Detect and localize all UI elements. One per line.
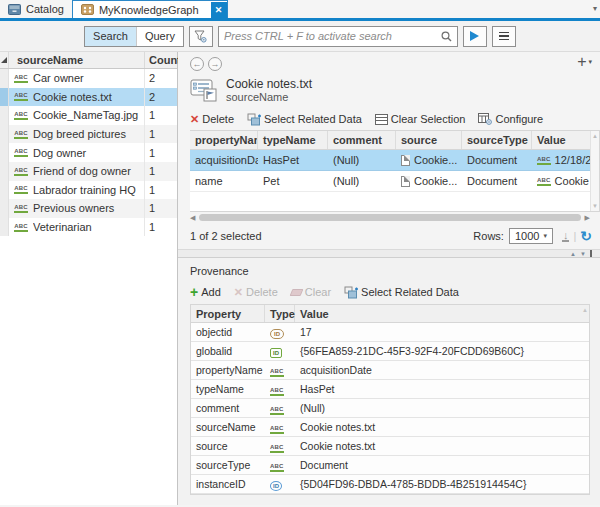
provenance-row[interactable]: source Cookie notes.txt: [191, 437, 589, 456]
table-row[interactable]: acquisitionDate HasPet (Null) Cookie... …: [190, 150, 590, 171]
knowledge-graph-icon: [81, 4, 94, 15]
add-plus-icon: +: [190, 286, 198, 298]
source-count: 1: [144, 162, 177, 181]
column-header-count[interactable]: Count: [144, 52, 177, 68]
row-selector[interactable]: [0, 218, 9, 237]
select-related-data-button[interactable]: Select Related Data: [247, 113, 362, 126]
horizontal-scrollbar[interactable]: ◀ ▶: [190, 212, 600, 223]
run-search-button[interactable]: [463, 26, 487, 47]
scroll-up-icon[interactable]: ▲: [592, 133, 598, 139]
list-item[interactable]: Friend of dog owner 1: [0, 162, 177, 181]
column-header[interactable]: comment: [328, 131, 396, 149]
provenance-row[interactable]: propertyName acquisitionDate: [191, 361, 589, 380]
cell-property: source: [191, 440, 265, 452]
provenance-toolbar: + Add ✕ Delete Clear: [190, 280, 600, 304]
cell-typename: HasPet: [258, 154, 328, 166]
provenance-row[interactable]: globalid {56FEA859-21DC-45F3-92F4-20FCDD…: [191, 342, 589, 361]
row-selector[interactable]: [0, 106, 9, 125]
provenance-row[interactable]: objectid 17: [191, 323, 589, 342]
delete-button[interactable]: ✕ Delete: [190, 113, 234, 126]
document-icon: [401, 176, 410, 187]
add-view-button[interactable]: + ▾: [577, 55, 592, 69]
type-icon-cell: [9, 167, 33, 176]
table-row[interactable]: name Pet (Null) Cookie... Document Cooki…: [190, 171, 590, 192]
scroll-down-icon[interactable]: ▼: [592, 203, 598, 209]
column-header[interactable]: sourceType: [462, 131, 532, 149]
add-button[interactable]: + Add: [190, 286, 221, 298]
tab-overflow-chevron-icon[interactable]: ▾: [593, 4, 597, 13]
list-item[interactable]: Veterinarian 1: [0, 218, 177, 237]
list-item[interactable]: Cookie_NameTag.jpg 1: [0, 106, 177, 125]
load-rows-icon[interactable]: ↓: [562, 231, 570, 242]
expand-up-icon[interactable]: ▲: [570, 251, 576, 257]
source-text: Cookie...: [414, 154, 457, 166]
list-item[interactable]: Dog owner 1: [0, 143, 177, 162]
type-icon: [270, 481, 282, 491]
forward-button[interactable]: →: [208, 57, 222, 71]
cell-type: [265, 363, 295, 377]
value-text: Cookie: [555, 175, 589, 187]
scroll-left-icon[interactable]: ◀: [190, 214, 195, 222]
scrollbar-thumb[interactable]: [199, 214, 580, 221]
column-header[interactable]: typeName: [258, 131, 328, 149]
row-selector[interactable]: [0, 199, 9, 218]
cell-property: comment: [191, 402, 265, 414]
column-header[interactable]: Value: [295, 305, 589, 322]
row-selector[interactable]: [0, 181, 9, 200]
tab-myknowledgegraph[interactable]: MyKnowledgeGraph ✕: [72, 0, 228, 18]
scroll-right-icon[interactable]: ▶: [585, 214, 590, 222]
row-selector[interactable]: [0, 69, 9, 88]
column-header[interactable]: propertyName: [190, 131, 258, 149]
list-item[interactable]: Previous owners 1: [0, 199, 177, 218]
cell-type: [265, 478, 295, 491]
filter-button[interactable]: [189, 26, 213, 47]
column-header[interactable]: Property: [191, 305, 265, 322]
provenance-row[interactable]: sourceName Cookie notes.txt: [191, 418, 589, 437]
column-header[interactable]: Type: [265, 305, 295, 322]
rows-dropdown[interactable]: 1000 ▾: [509, 228, 553, 244]
clear-button-disabled[interactable]: Clear: [291, 286, 331, 298]
delete-button-disabled[interactable]: ✕ Delete: [234, 286, 278, 299]
page-title: Cookie notes.txt: [226, 77, 312, 91]
row-selector[interactable]: [0, 143, 9, 162]
splitter-grip[interactable]: [590, 250, 592, 257]
abc-type-icon: [14, 185, 28, 194]
back-button[interactable]: ←: [190, 57, 204, 71]
type-icon-cell: [9, 111, 33, 120]
query-mode-button[interactable]: Query: [136, 27, 183, 46]
search-input[interactable]: [224, 30, 441, 42]
close-icon[interactable]: ✕: [211, 2, 227, 18]
row-selector[interactable]: [0, 125, 9, 144]
column-header[interactable]: Value: [532, 131, 590, 149]
type-icon: [270, 348, 282, 358]
source-count: 2: [144, 88, 177, 107]
list-item[interactable]: Cookie notes.txt 2: [0, 88, 177, 107]
list-item[interactable]: Car owner 2: [0, 69, 177, 88]
expand-down-icon[interactable]: ▼: [580, 251, 586, 257]
scroll-up-icon[interactable]: ▲: [582, 307, 588, 313]
configure-gear-icon: [478, 113, 492, 125]
search-mode-button[interactable]: Search: [85, 27, 136, 46]
abc-type-icon: [14, 74, 28, 83]
source-count: 1: [144, 125, 177, 144]
tab-catalog[interactable]: Catalog: [0, 0, 72, 18]
provenance-row[interactable]: comment (Null): [191, 399, 589, 418]
row-selector[interactable]: [0, 162, 9, 181]
provenance-row[interactable]: sourceType Document: [191, 456, 589, 475]
select-all-corner[interactable]: [0, 52, 9, 68]
clear-selection-button[interactable]: Clear Selection: [375, 113, 466, 125]
column-header[interactable]: source: [396, 131, 462, 149]
options-menu-button[interactable]: [492, 26, 516, 47]
list-item[interactable]: Dog breed pictures 1: [0, 125, 177, 144]
vertical-scrollbar[interactable]: ▲ ▼: [590, 131, 599, 211]
provenance-row[interactable]: typeName HasPet: [191, 380, 589, 399]
provenance-row[interactable]: instanceID {5D04FD96-DBDA-4785-BDDB-4B25…: [191, 475, 589, 494]
column-header-sourcename[interactable]: sourceName: [9, 54, 144, 66]
tab-label: Catalog: [26, 3, 64, 15]
list-item[interactable]: Labrador training HQ 1: [0, 181, 177, 200]
panel-splitter[interactable]: ▲ ▼: [178, 249, 600, 258]
select-related-data-button[interactable]: Select Related Data: [344, 286, 459, 299]
row-selector[interactable]: [0, 88, 9, 107]
configure-button[interactable]: Configure: [478, 113, 543, 125]
refresh-icon[interactable]: ↻: [580, 230, 592, 242]
